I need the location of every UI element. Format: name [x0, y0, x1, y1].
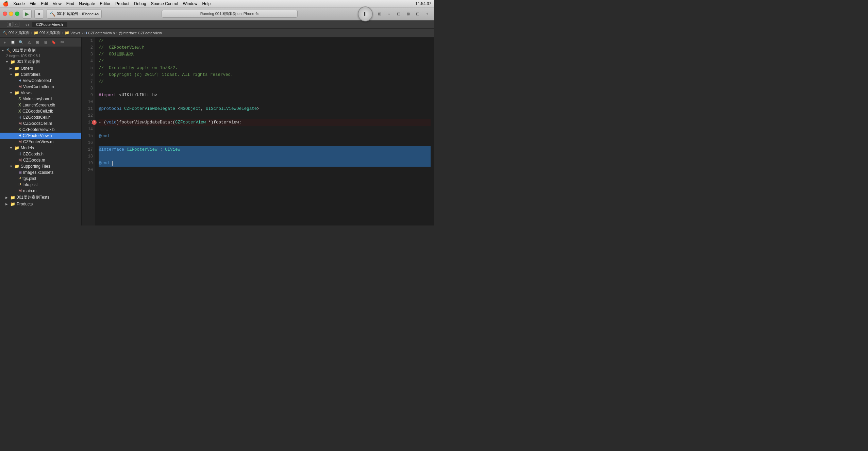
toolbar-right: ⊞ ↔ ⊟ ⊠ ⊡ + [375, 10, 431, 18]
folder-icon: 📁 [34, 31, 38, 35]
sidebar-item-czfooterview-h[interactable]: H CZFooterView.h [0, 133, 81, 139]
sidebar-item-images[interactable]: ⊞ Images.xcassets [0, 169, 81, 176]
menu-navigate[interactable]: Navigate [79, 1, 95, 6]
sidebar-item-products[interactable]: ▶ 📁 Products [0, 201, 81, 207]
viewcontroller-m-label: ViewController.m [23, 84, 80, 89]
run-button[interactable]: ▶ [22, 9, 32, 19]
running-indicator: Running 001团购案例 on iPhone 4s [104, 10, 355, 18]
maximize-button[interactable] [15, 12, 19, 16]
add-tab-button[interactable]: + [423, 10, 431, 18]
sidebar-btn-4[interactable]: ⚠ [26, 39, 33, 46]
expand-icon: ▼ [10, 165, 14, 168]
code-line-17: @interface CZFooterView : UIView [99, 146, 431, 153]
file-h-icon: H [18, 115, 21, 120]
view-toggle-5[interactable]: ⊡ [414, 10, 422, 18]
menu-window[interactable]: Window [183, 1, 198, 6]
breadcrumb: 🔨 001团购案例 › 📁 001团购案例 › 📁 Views › H CZFo… [0, 29, 434, 37]
views-label: Views [21, 90, 80, 95]
code-line-19: @end [99, 160, 431, 167]
sidebar: + 🔲 🔍 ⚠ ⊞ ⊟ 🔖 ✉ ▼ 🔨 001团购案例 2 targets, i… [0, 37, 82, 226]
sidebar-item-viewcontroller-m[interactable]: M ViewController.m [0, 84, 81, 90]
sidebar-item-controllers[interactable]: ▼ 📁 Controllers [0, 71, 81, 78]
breadcrumb-item-2[interactable]: 📁 001团购案例 [34, 30, 61, 35]
sidebar-search[interactable]: 🔍 [18, 39, 24, 46]
sidebar-btn-2[interactable]: 🔲 [10, 39, 16, 46]
nav-forward[interactable]: › [28, 22, 29, 27]
sidebar-item-main-m[interactable]: M main.m [0, 188, 81, 194]
czgoodscell-h-label: CZGoodsCell.h [23, 115, 80, 120]
menu-edit[interactable]: Edit [41, 1, 48, 6]
sidebar-item-czgoodscell-m[interactable]: M CZGoodsCell.m [0, 120, 81, 127]
sidebar-item-group[interactable]: ▼ 📁 001团购案例 [0, 58, 81, 65]
sidebar-item-models[interactable]: ▼ 📁 Models [0, 145, 81, 151]
sidebar-item-supporting[interactable]: ▼ 📁 Supporting Files [0, 163, 81, 169]
menubar: 🍎 Xcode File Edit View Find Navigate Edi… [0, 0, 434, 7]
breadcrumb-item-4[interactable]: H CZFooterView.h [84, 31, 115, 35]
menu-find[interactable]: Find [66, 1, 74, 6]
menu-debug[interactable]: Debug [134, 1, 146, 6]
sidebar-btn-8[interactable]: ✉ [59, 39, 65, 46]
code-line-2: // CZFooterView.h [99, 44, 431, 51]
sidebar-item-czgoodscell-xib[interactable]: X CZGoodsCell.xib [0, 108, 81, 114]
close-button[interactable] [3, 12, 7, 16]
expand-icon: ▶ [10, 67, 14, 70]
folder-icon: 📁 [10, 195, 15, 200]
viewcontroller-h-label: ViewController.h [23, 78, 80, 83]
traffic-lights [3, 12, 19, 16]
sidebar-item-views[interactable]: ▼ 📁 Views [0, 90, 81, 96]
view-toggle-3[interactable]: ⊟ [395, 10, 403, 18]
sidebar-item-project[interactable]: ▼ 🔨 001团购案例 [0, 47, 81, 54]
sidebar-item-czgoods-h[interactable]: H CZGoods.h [0, 151, 81, 157]
code-line-6: // Copyright (c) 2015年 itcast. All right… [99, 71, 431, 78]
sidebar-item-tests[interactable]: ▶ 📁 001团购案例Tests [0, 194, 81, 201]
menu-source-control[interactable]: Source Control [151, 1, 178, 6]
sidebar-item-launchscreen[interactable]: X LaunchScreen.xib [0, 102, 81, 108]
view-toggle-2[interactable]: ↔ [385, 10, 393, 18]
breadcrumb-item-5[interactable]: @interface CZFooterView [119, 31, 162, 35]
breadcrumb-item-3[interactable]: 📁 Views [65, 31, 80, 35]
main-storyboard-label: Main.storyboard [22, 97, 80, 101]
stop-button[interactable]: ■ [34, 9, 44, 19]
sidebar-btn-6[interactable]: ⊟ [42, 39, 49, 46]
view-toggle-1[interactable]: ⊞ [375, 10, 384, 18]
code-editor[interactable]: 1 2 3 4 5 6 7 8 9 10 11 12 13 14 15 16 1… [82, 37, 434, 226]
menu-view[interactable]: View [53, 1, 62, 6]
sidebar-item-info-plist[interactable]: P Info.plist [0, 182, 81, 188]
code-lines[interactable]: // // CZFooterView.h // 001团购案例 // // Cr… [95, 37, 434, 226]
apple-menu[interactable]: 🍎 [3, 1, 9, 6]
menu-file[interactable]: File [30, 1, 36, 6]
menu-xcode[interactable]: Xcode [13, 1, 25, 6]
sidebar-item-czfooterview-xib[interactable]: X CZFooterView.xib [0, 127, 81, 133]
code-line-8 [99, 85, 431, 92]
editor-mode-toggle[interactable]: ⊞ ‹› [3, 21, 23, 28]
czgoods-m-label: CZGoods.m [23, 158, 80, 163]
pause-button[interactable]: ⏸ [358, 6, 373, 21]
sidebar-item-viewcontroller-h[interactable]: H ViewController.h [0, 78, 81, 84]
sidebar-item-czgoods-m[interactable]: M CZGoods.m [0, 157, 81, 163]
folder-icon: 📁 [14, 146, 19, 150]
czgoodscell-xib-label: CZGoodsCell.xib [22, 109, 80, 114]
device-name: iPhone 4s [82, 12, 99, 16]
breadcrumb-item-1[interactable]: 🔨 001团购案例 [3, 30, 30, 35]
menu-product[interactable]: Product [115, 1, 129, 6]
sidebar-btn-7[interactable]: 🔖 [50, 39, 57, 46]
code-line-13: ! - (void)footerViewUpdateData:(CZFooter… [99, 119, 431, 126]
menu-editor[interactable]: Editor [100, 1, 111, 6]
view-toggle-4[interactable]: ⊠ [404, 10, 412, 18]
sidebar-btn-5[interactable]: ⊞ [34, 39, 41, 46]
sidebar-btn-1[interactable]: + [1, 39, 8, 46]
scheme-selector[interactable]: 🔨 001团购案例 › iPhone 4s [47, 9, 102, 19]
minimize-button[interactable] [9, 12, 13, 16]
menu-help[interactable]: Help [202, 1, 211, 6]
sidebar-item-others[interactable]: ▶ 📁 Others [0, 65, 81, 71]
sidebar-item-main-storyboard[interactable]: S Main.storyboard [0, 96, 81, 102]
nav-back[interactable]: ‹ [26, 22, 27, 27]
tests-label: 001团购案例Tests [17, 195, 80, 200]
sidebar-item-czfooterview-m[interactable]: M CZFooterView.m [0, 139, 81, 145]
sidebar-item-czgoodscell-h[interactable]: H CZGoodsCell.h [0, 114, 81, 120]
expand-icon: ▼ [10, 91, 14, 95]
file-icon: H [84, 31, 87, 35]
active-tab[interactable]: CZFooterView.h [32, 22, 67, 27]
others-label: Others [21, 66, 80, 71]
sidebar-item-tgs-plist[interactable]: P tgs.plist [0, 176, 81, 182]
